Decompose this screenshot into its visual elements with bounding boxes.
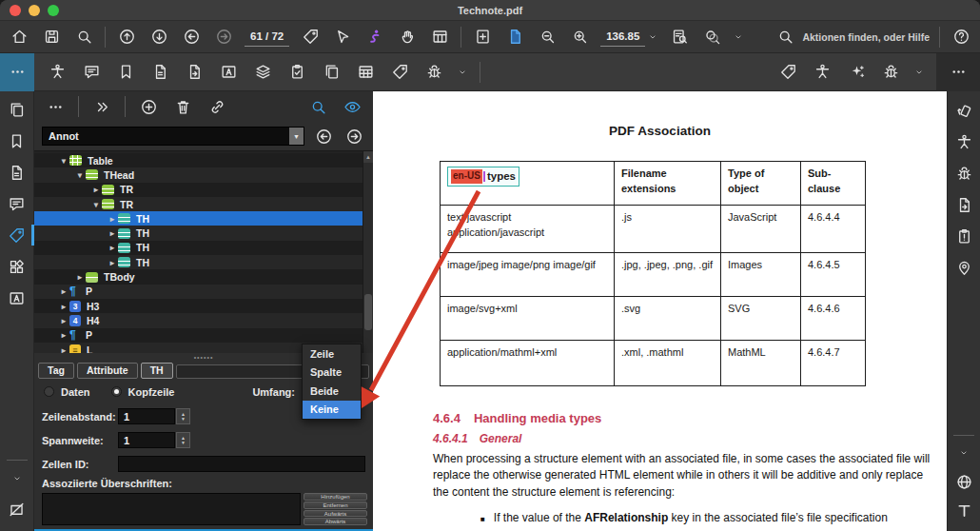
arrow-left-circle-icon[interactable] <box>180 26 203 49</box>
annot-dropdown[interactable]: Annot ▼ <box>42 127 304 146</box>
select-pointer-icon[interactable] <box>331 26 354 49</box>
hinzufgen-button[interactable]: Hinzufügen <box>304 493 367 501</box>
page-preview-icon[interactable] <box>668 26 691 49</box>
tab-th[interactable]: TH <box>141 363 173 379</box>
find-actions-search[interactable]: Aktionen finden, oder Hilfe <box>774 26 930 49</box>
save-icon[interactable] <box>40 26 63 49</box>
hide-panel-icon[interactable] <box>4 497 30 521</box>
bookmark-icon[interactable] <box>114 61 137 84</box>
chevron-right-icon[interactable]: ▸ <box>74 272 86 282</box>
loupe-icon[interactable] <box>700 26 723 49</box>
umfang-option-spalte[interactable]: Spalte <box>303 364 361 383</box>
comment-icon[interactable] <box>4 191 30 216</box>
single-page-icon[interactable] <box>503 26 526 49</box>
table-columns-icon[interactable] <box>428 26 451 49</box>
spannweite-stepper[interactable]: ▲▼ <box>176 432 190 448</box>
clipboard-alert-icon[interactable] <box>952 225 975 247</box>
accessibility-icon[interactable] <box>811 61 833 84</box>
chevron-right-icon[interactable]: ▸ <box>107 214 118 224</box>
tree-node-tr-3[interactable]: ▾TR <box>34 197 363 211</box>
location-pin-icon[interactable] <box>952 256 975 279</box>
scroll-up-button[interactable]: ▲ <box>363 151 373 163</box>
tab-tag[interactable]: Tag <box>38 363 74 379</box>
home-icon[interactable] <box>8 26 30 49</box>
arrow-up-circle-icon[interactable] <box>115 26 138 49</box>
comment-icon[interactable] <box>80 61 103 84</box>
help-icon[interactable] <box>950 26 972 49</box>
accessibility-icon[interactable] <box>46 61 69 84</box>
hand-tool-icon[interactable] <box>396 26 419 49</box>
arrow-right-circle-icon[interactable] <box>343 125 365 148</box>
entfernen-button[interactable]: Entfernen <box>304 502 367 509</box>
chevron-right-icon[interactable]: ▸ <box>107 258 118 267</box>
globe-icon[interactable] <box>952 470 975 493</box>
tree-node-th-7[interactable]: ▸TH <box>34 255 363 269</box>
tree-node-table-0[interactable]: ▾Table <box>34 153 363 167</box>
link-icon[interactable] <box>206 95 228 118</box>
tree-node-h4-11[interactable]: ▸4H4 <box>34 313 363 327</box>
chevron-down-icon[interactable] <box>913 61 925 84</box>
chevron-right-icon[interactable]: ▸ <box>107 243 118 252</box>
chevron-down-icon[interactable]: ▾ <box>74 170 86 180</box>
more-tools-button[interactable] <box>936 53 980 91</box>
radio-kopfzeile[interactable]: Kopfzeile <box>111 386 175 398</box>
copy-pages-icon[interactable] <box>320 61 343 84</box>
tag-icon[interactable] <box>776 61 799 84</box>
bug-icon[interactable] <box>952 162 975 185</box>
umfang-option-zeile[interactable]: Zeile <box>303 344 361 364</box>
arrow-left-circle-icon[interactable] <box>312 125 335 148</box>
tree-node-th-4[interactable]: ▸TH <box>34 211 363 226</box>
search-icon[interactable] <box>72 26 95 49</box>
text-tool-icon[interactable] <box>952 499 975 521</box>
spannweite-input[interactable] <box>118 432 175 448</box>
chevron-down-icon[interactable] <box>4 466 30 491</box>
tree-node-tbody-8[interactable]: ▸TBody <box>34 269 363 284</box>
bug-icon[interactable] <box>879 61 902 84</box>
close-window-button[interactable] <box>10 5 21 16</box>
tree-node-th-6[interactable]: ▸TH <box>34 241 363 255</box>
table-icon[interactable] <box>354 61 377 84</box>
page-number-field[interactable]: 61 / 72 <box>245 28 289 47</box>
umfang-option-keine[interactable]: Keine <box>303 401 361 420</box>
all-tools-button[interactable] <box>0 53 34 91</box>
tree-node-p-12[interactable]: ▸¶P <box>34 328 363 343</box>
tree-node-thead-1[interactable]: ▾THead <box>34 167 363 182</box>
page-export-icon[interactable] <box>952 193 975 216</box>
aufwrts-button[interactable]: Aufwärts <box>304 510 367 518</box>
tag-icon[interactable] <box>388 61 411 84</box>
rotate-pages-icon[interactable] <box>952 99 975 122</box>
tag-icon[interactable] <box>4 223 30 247</box>
chevron-right-icon[interactable]: ▸ <box>58 286 69 296</box>
umfang-option-beide[interactable]: Beide <box>303 382 361 401</box>
selected-content-box[interactable]: en-UStypes <box>447 167 519 187</box>
tree-node-h3-10[interactable]: ▸3H3 <box>34 299 363 313</box>
text-box-icon[interactable] <box>4 285 30 310</box>
trash-icon[interactable] <box>171 95 194 118</box>
scrollbar-thumb[interactable] <box>364 294 372 330</box>
clipboard-check-icon[interactable] <box>285 61 308 84</box>
chevron-right-icon[interactable]: ▸ <box>58 316 69 325</box>
chevron-down-icon[interactable]: ▾ <box>90 200 102 209</box>
chevron-down-icon[interactable]: ▾ <box>58 156 69 166</box>
more-options-icon[interactable] <box>44 95 67 118</box>
eye-icon[interactable] <box>341 95 363 118</box>
chevron-down-icon[interactable] <box>733 26 744 49</box>
copy-pages-icon[interactable] <box>4 97 30 122</box>
text-box-icon[interactable] <box>217 61 240 84</box>
abwrts-button[interactable]: Abwärts <box>304 518 367 525</box>
radio-daten[interactable]: Daten <box>44 386 90 398</box>
chevron-right-icon[interactable]: ▸ <box>58 302 69 311</box>
chevron-down-icon[interactable] <box>958 442 970 464</box>
page-icon[interactable] <box>4 160 30 185</box>
search-icon[interactable] <box>306 95 329 118</box>
bug-icon[interactable] <box>422 61 445 84</box>
minimize-window-button[interactable] <box>29 5 40 16</box>
assoc-headings-list[interactable] <box>42 493 301 525</box>
arrow-down-circle-icon[interactable] <box>147 26 170 49</box>
tree-node-tr-2[interactable]: ▸TR <box>34 183 363 197</box>
shapes-icon[interactable] <box>4 254 30 279</box>
zoom-window-button[interactable] <box>48 5 59 16</box>
tree-node-th-5[interactable]: ▸TH <box>34 226 363 240</box>
accessibility-icon[interactable] <box>952 130 975 153</box>
tree-node-p-9[interactable]: ▸¶P <box>34 285 363 299</box>
